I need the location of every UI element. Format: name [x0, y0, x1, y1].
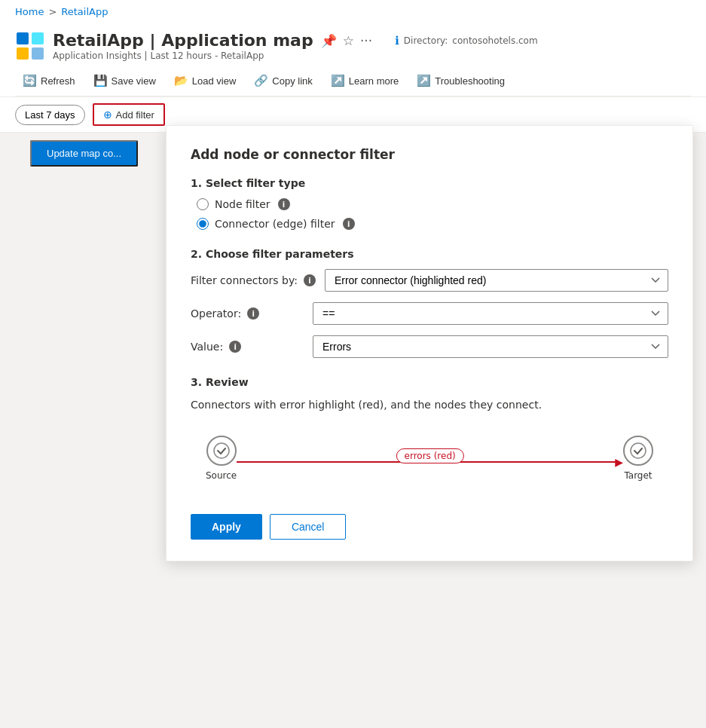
target-node: Target [623, 436, 653, 481]
refresh-icon: 🔄 [23, 74, 37, 87]
apply-button[interactable]: Apply [191, 514, 262, 540]
connector-filter-option[interactable]: Connector (edge) filter i [197, 218, 668, 230]
save-view-button[interactable]: 💾 Save view [86, 70, 164, 91]
svg-point-5 [631, 443, 646, 458]
source-label: Source [206, 470, 237, 481]
save-icon: 💾 [93, 74, 108, 87]
filter-by-row: Filter connectors by: i Error connector … [191, 269, 668, 292]
filter-type-group: Node filter i Connector (edge) filter i [197, 198, 668, 230]
header-subtitle: Application Insights | Last 12 hours - R… [53, 50, 691, 61]
load-view-button[interactable]: 📂 Load view [167, 70, 244, 91]
star-icon[interactable]: ☆ [343, 33, 354, 48]
value-select[interactable]: ErrorsWarningsSuccess [313, 335, 668, 358]
filter-icon: ⊕ [103, 109, 112, 121]
connector-filter-radio[interactable] [197, 218, 209, 230]
connector-filter-label: Connector (edge) filter [215, 218, 335, 230]
filter-by-label: Filter connectors by: i [191, 274, 316, 286]
info-icon: ℹ️ [395, 34, 399, 47]
cancel-button[interactable]: Cancel [270, 514, 347, 540]
copy-icon: 🔗 [254, 74, 268, 87]
operator-select[interactable]: ==!=>< [313, 302, 668, 325]
filter-dialog: Add node or connector filter 1. Select f… [166, 125, 693, 561]
breadcrumb-current[interactable]: RetailApp [61, 6, 108, 17]
connector-filter-info-icon: i [343, 218, 355, 230]
step1-title: 1. Select filter type [191, 177, 668, 189]
refresh-button[interactable]: 🔄 Refresh [15, 70, 83, 91]
check-icon-target [630, 442, 646, 459]
header: RetailApp | Application map 📌 ☆ ··· ℹ️ D… [0, 23, 706, 97]
svg-rect-0 [17, 32, 29, 44]
filter-by-select[interactable]: Error connector (highlighted red)Slow co… [325, 269, 668, 292]
main-content: Update map co... Add node or connector f… [0, 133, 706, 174]
source-node-circle [206, 436, 237, 466]
directory-label: Directory: [404, 35, 448, 46]
target-node-circle [623, 436, 653, 466]
review-section: 3. Review Connectors with error highligh… [191, 376, 668, 496]
connector-label: errors (red) [396, 448, 464, 463]
update-map-button[interactable]: Update map co... [30, 140, 138, 167]
value-label: Value: i [191, 341, 304, 353]
node-filter-info-icon: i [278, 198, 290, 210]
filter-by-info-icon: i [304, 274, 316, 286]
svg-rect-3 [32, 47, 44, 60]
step3-title: 3. Review [191, 376, 668, 388]
svg-rect-1 [32, 32, 44, 44]
toolbar: 🔄 Refresh 💾 Save view 📂 Load view 🔗 Copy… [15, 66, 691, 96]
svg-rect-2 [17, 47, 29, 60]
step2-title: 2. Choose filter parameters [191, 248, 668, 260]
app-icon [15, 31, 45, 61]
date-range-button[interactable]: Last 7 days [15, 105, 85, 125]
node-filter-radio[interactable] [197, 198, 209, 210]
breadcrumb-home[interactable]: Home [15, 6, 44, 17]
more-icon[interactable]: ··· [360, 33, 372, 48]
node-filter-option[interactable]: Node filter i [197, 198, 668, 210]
load-icon: 📂 [174, 74, 188, 87]
operator-info-icon: i [247, 307, 259, 320]
action-buttons: Apply Cancel [191, 514, 668, 540]
breadcrumb: Home > RetailApp [0, 0, 706, 23]
node-filter-label: Node filter [215, 198, 270, 210]
copy-link-button[interactable]: 🔗 Copy link [246, 70, 319, 91]
external-link-icon: ↗️ [331, 74, 345, 87]
source-node: Source [206, 436, 237, 481]
connector-line-wrapper: ▶ errors (red) [237, 448, 623, 468]
pin-icon[interactable]: 📌 [321, 33, 337, 48]
filter-params: Filter connectors by: i Error connector … [191, 269, 668, 358]
value-row: Value: i ErrorsWarningsSuccess [191, 335, 668, 358]
directory-value: contosohotels.com [452, 35, 537, 46]
breadcrumb-separator: > [48, 6, 57, 17]
troubleshoot-icon: ↗️ [417, 74, 431, 87]
connector-diagram: Source ▶ errors (red) [191, 428, 668, 496]
target-label: Target [624, 470, 652, 481]
svg-point-4 [214, 443, 229, 458]
value-info-icon: i [229, 341, 241, 353]
troubleshooting-button[interactable]: ↗️ Troubleshooting [409, 70, 512, 91]
add-filter-button[interactable]: ⊕ Add filter [93, 103, 165, 126]
review-desc: Connectors with error highlight (red), a… [191, 397, 668, 413]
operator-label: Operator: i [191, 307, 304, 320]
check-icon [213, 442, 230, 459]
page-title: RetailApp | Application map [53, 31, 313, 50]
operator-row: Operator: i ==!=>< [191, 302, 668, 325]
learn-more-button[interactable]: ↗️ Learn more [323, 70, 406, 91]
dialog-title: Add node or connector filter [191, 147, 668, 162]
